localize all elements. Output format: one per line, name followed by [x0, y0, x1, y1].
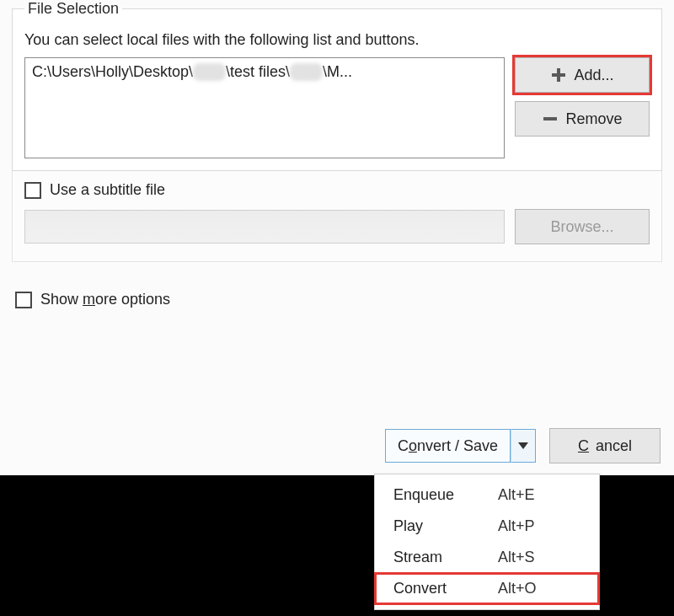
remove-button[interactable]: Remove	[515, 101, 650, 137]
convert-save-label-mnemonic: o	[409, 437, 417, 455]
convert-save-label-suffix: nvert / Save	[417, 437, 498, 455]
browse-button-label: Browse...	[550, 218, 613, 236]
menu-item-label: Stream	[393, 549, 486, 566]
add-button-label: Add...	[574, 67, 613, 84]
file-path-redacted: xxx	[290, 63, 323, 81]
subtitle-checkbox[interactable]	[24, 182, 41, 199]
menu-item-convert[interactable]: Convert Alt+O	[375, 573, 599, 604]
menu-item-label: Convert	[393, 580, 486, 597]
subtitle-check-row: Use a subtitle file	[24, 181, 650, 199]
convert-save-label-prefix: C	[398, 437, 409, 455]
file-selection-group: File Selection You can select local file…	[12, 0, 662, 171]
convert-save-dropdown-arrow[interactable]	[511, 429, 536, 463]
menu-item-shortcut: Alt+E	[498, 486, 535, 504]
menu-item-label: Play	[393, 517, 486, 535]
cancel-button[interactable]: Cancel	[549, 428, 661, 463]
show-more-row: Show more options	[12, 291, 662, 308]
subtitle-path-input	[24, 210, 505, 244]
file-path-segment: \test files\	[226, 63, 290, 81]
file-row: C:\Users\Holly\Desktop\xxx\test files\xx…	[24, 57, 650, 158]
menu-item-enqueue[interactable]: Enqueue Alt+E	[375, 479, 599, 511]
add-button[interactable]: Add...	[515, 57, 650, 93]
convert-save-button[interactable]: Convert / Save	[385, 429, 511, 463]
show-more-label-mnemonic: m	[83, 291, 95, 308]
convert-save-dropdown-menu: Enqueue Alt+E Play Alt+P Stream Alt+S Co…	[374, 474, 600, 610]
file-path-redacted: xxx	[193, 63, 226, 81]
subtitle-path-row: Browse...	[24, 209, 650, 244]
file-path-segment: \M...	[323, 63, 352, 81]
file-selection-hint: You can select local files with the foll…	[24, 31, 650, 49]
show-more-label-suffix: ore options	[95, 291, 170, 308]
minus-icon	[542, 110, 559, 127]
show-more-label: Show more options	[40, 291, 170, 308]
svg-rect-1	[552, 73, 565, 77]
subtitle-panel: Use a subtitle file Browse...	[12, 171, 662, 262]
menu-item-shortcut: Alt+S	[498, 549, 535, 566]
open-media-dialog: File Selection You can select local file…	[0, 0, 674, 475]
subtitle-checkbox-label: Use a subtitle file	[50, 181, 165, 199]
cancel-label-mnemonic: C	[578, 437, 589, 455]
menu-item-stream[interactable]: Stream Alt+S	[375, 542, 599, 573]
convert-save-splitbutton: Convert / Save	[385, 429, 536, 463]
menu-item-label: Enqueue	[393, 486, 486, 504]
show-more-checkbox[interactable]	[15, 292, 32, 308]
remove-button-label: Remove	[565, 110, 622, 128]
show-more-label-prefix: Show	[40, 291, 83, 308]
file-buttons: Add... Remove	[515, 57, 650, 137]
menu-item-shortcut: Alt+P	[498, 517, 535, 535]
chevron-down-icon	[518, 442, 528, 449]
file-list[interactable]: C:\Users\Holly\Desktop\xxx\test files\xx…	[24, 57, 505, 158]
menu-item-shortcut: Alt+O	[498, 580, 537, 597]
file-selection-legend: File Selection	[24, 0, 122, 18]
browse-button: Browse...	[515, 209, 650, 244]
dialog-bottom-buttons: Convert / Save Cancel	[385, 428, 661, 463]
svg-rect-2	[543, 117, 557, 121]
menu-item-play[interactable]: Play Alt+P	[375, 511, 599, 542]
plus-icon	[550, 67, 567, 83]
file-path-segment: C:\Users\Holly\Desktop\	[32, 63, 193, 81]
cancel-label-suffix: ancel	[596, 437, 632, 455]
